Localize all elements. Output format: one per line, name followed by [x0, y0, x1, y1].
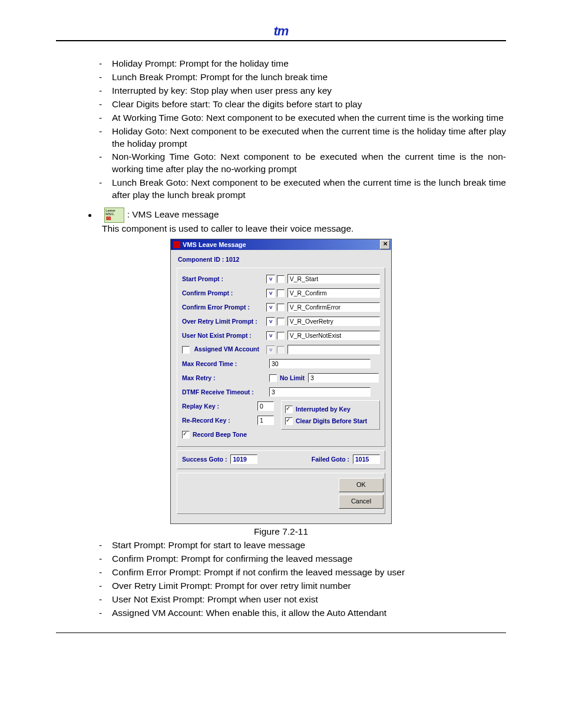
failed-goto-label: Failed Goto :: [312, 456, 349, 463]
confirm-prompt-input[interactable]: [287, 288, 380, 298]
user-not-exist-checkbox[interactable]: [277, 332, 285, 340]
settings-panel: Start Prompt : V Confirm Prompt : V Conf…: [177, 268, 385, 447]
list-item: Holiday Goto: Next component to be execu…: [112, 126, 506, 150]
replay-key-label: Replay Key :: [182, 403, 257, 410]
record-beep-checkbox[interactable]: [182, 431, 190, 439]
component-id-label: Component ID : 1012: [178, 256, 385, 263]
user-not-exist-input[interactable]: [287, 331, 380, 340]
max-record-label: Max Record Time :: [182, 360, 269, 367]
list-item: Assigned VM Account: When enable this, i…: [112, 607, 506, 620]
variable-button[interactable]: V: [266, 331, 275, 340]
start-prompt-input[interactable]: [287, 274, 380, 284]
list-item: Holiday Prompt: Prompt for the holiday t…: [112, 58, 506, 70]
cancel-button[interactable]: Cancel: [339, 495, 384, 509]
clear-digits-checkbox[interactable]: [285, 417, 293, 425]
options-fieldset: Interrupted by Key Clear Digits Before S…: [281, 400, 380, 430]
replay-key-input[interactable]: [257, 401, 274, 411]
over-retry-checkbox[interactable]: [277, 318, 285, 325]
ok-button[interactable]: OK: [339, 478, 384, 492]
max-record-input[interactable]: [269, 359, 371, 368]
leave-msg-icon: LeaveMSG. ✉: [104, 207, 124, 223]
assigned-vm-checkbox[interactable]: [182, 346, 190, 354]
bottom-description-list: Start Prompt: Prompt for start to leave …: [56, 539, 506, 620]
variable-button[interactable]: V: [266, 303, 275, 312]
component-bullet: LeaveMSG. ✉ : VMS Leave message: [88, 207, 506, 223]
list-item: Over Retry Limit Prompt: Prompt for over…: [112, 580, 506, 592]
list-item: Lunch Break Goto: Next component to be e…: [112, 177, 506, 202]
clear-digits-label: Clear Digits Before Start: [296, 417, 367, 424]
dialog-app-icon: [173, 241, 180, 248]
bullet-title: : VMS Leave message: [127, 209, 219, 219]
list-item: Confirm Prompt: Prompt for confirming th…: [112, 553, 506, 565]
list-item: Non-Working Time Goto: Next component to…: [112, 151, 506, 176]
confirm-error-input[interactable]: [287, 302, 380, 312]
bullet-dot-icon: [88, 214, 91, 217]
variable-button[interactable]: V: [266, 275, 275, 284]
success-goto-input[interactable]: [230, 454, 257, 464]
user-not-exist-label: User Not Exist Prompt :: [182, 332, 266, 339]
max-retry-input[interactable]: [308, 373, 379, 383]
interrupted-label: Interrupted by Key: [296, 406, 351, 413]
variable-button[interactable]: V: [266, 289, 275, 298]
success-goto-label: Success Goto :: [182, 456, 227, 463]
assigned-vm-input[interactable]: [287, 345, 380, 354]
list-item: Interrupted by key: Stop play when user …: [112, 85, 506, 97]
start-prompt-checkbox[interactable]: [277, 275, 285, 283]
failed-goto-input[interactable]: [353, 454, 380, 464]
figure-caption: Figure 7.2-11: [56, 526, 506, 537]
confirm-prompt-label: Confirm Prompt :: [182, 289, 266, 297]
assigned-vm-aux-checkbox[interactable]: [277, 346, 285, 354]
assigned-vm-label: Assigned VM Account: [182, 345, 266, 354]
rerecord-key-label: Re-Record Key :: [182, 417, 257, 424]
top-description-list: Holiday Prompt: Prompt for the holiday t…: [56, 58, 506, 202]
logo-icon: tm: [274, 24, 289, 39]
list-item: User Not Exist Prompt: Prompt when user …: [112, 594, 506, 606]
max-retry-label: Max Retry :: [182, 374, 269, 381]
over-retry-input[interactable]: [287, 317, 380, 326]
variable-button[interactable]: V: [266, 317, 275, 326]
variable-button[interactable]: V: [266, 345, 275, 354]
record-beep-label: Record Beep Tone: [193, 431, 247, 438]
footer-divider: [56, 633, 506, 633]
dtmf-timeout-input[interactable]: [269, 387, 371, 397]
no-limit-checkbox[interactable]: [269, 374, 277, 382]
no-limit-label: No Limit: [280, 374, 305, 381]
confirm-error-label: Confirm Error Prompt :: [182, 304, 266, 311]
goto-panel: Success Goto : Failed Goto :: [177, 450, 385, 469]
start-prompt-label: Start Prompt :: [182, 275, 266, 282]
dialog-titlebar: VMS Leave Message ✕: [171, 239, 391, 250]
list-item: Lunch Break Prompt: Prompt for the lunch…: [112, 71, 506, 84]
dtmf-timeout-label: DTMF Receive Timeout :: [182, 388, 269, 396]
bullet-description: This component is used to caller to leav…: [102, 223, 506, 235]
list-item: Confirm Error Prompt: Prompt if not conf…: [112, 566, 506, 579]
header-bar: tm: [56, 24, 506, 41]
list-item: Clear Digits before start: To clear the …: [112, 98, 506, 111]
over-retry-label: Over Retry Limit Prompt :: [182, 318, 266, 325]
confirm-prompt-checkbox[interactable]: [277, 289, 285, 297]
list-item: Start Prompt: Prompt for start to leave …: [112, 539, 506, 552]
button-panel: OK Cancel: [177, 473, 385, 514]
vms-leave-message-dialog: VMS Leave Message ✕ Component ID : 1012 …: [170, 239, 392, 524]
dialog-title: VMS Leave Message: [183, 239, 380, 250]
list-item: At Working Time Goto: Next component to …: [112, 112, 506, 124]
rerecord-key-input[interactable]: [257, 416, 274, 425]
close-button[interactable]: ✕: [380, 240, 390, 249]
confirm-error-checkbox[interactable]: [277, 304, 285, 311]
interrupted-checkbox[interactable]: [285, 406, 293, 413]
